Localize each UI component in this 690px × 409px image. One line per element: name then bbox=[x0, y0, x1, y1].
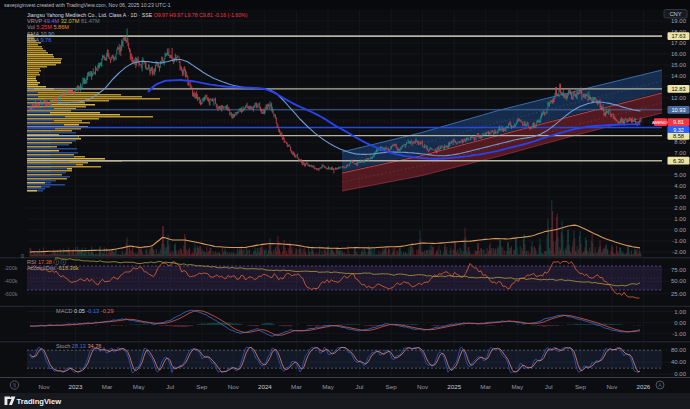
svg-text:-1.00: -1.00 bbox=[672, 238, 686, 244]
svg-text:May: May bbox=[322, 383, 335, 390]
svg-text:5.00: 5.00 bbox=[674, 172, 686, 178]
svg-text:1.00: 1.00 bbox=[674, 216, 686, 222]
svg-text:Vol 5.25M 5.86M: Vol 5.25M 5.86M bbox=[27, 24, 69, 30]
svg-text:Stoch 28.13 34.76: Stoch 28.13 34.76 bbox=[56, 343, 101, 349]
svg-text:9.32: 9.32 bbox=[673, 127, 684, 133]
svg-text:Sep: Sep bbox=[575, 383, 587, 390]
svg-text:Jiangsu Yahong Meditech Co., L: Jiangsu Yahong Meditech Co., Ltd. Class … bbox=[27, 12, 248, 18]
svg-text:2026: 2026 bbox=[637, 383, 651, 390]
svg-text:9.81: 9.81 bbox=[673, 119, 684, 125]
svg-text:VRVP 49.4M 32.07M 81.47M: VRVP 49.4M 32.07M 81.47M bbox=[27, 18, 100, 24]
svg-text:12.00: 12.00 bbox=[671, 95, 687, 101]
svg-text:17.63: 17.63 bbox=[671, 33, 685, 39]
svg-text:MACD 0.05 -0.13 -0.29: MACD 0.05 -0.13 -0.29 bbox=[56, 308, 114, 314]
svg-text:80.00: 80.00 bbox=[671, 347, 687, 353]
svg-text:Mar: Mar bbox=[480, 383, 491, 390]
svg-text:CNY: CNY bbox=[669, 11, 681, 17]
svg-text:⇅: ⇅ bbox=[12, 382, 16, 388]
svg-text:May: May bbox=[511, 383, 524, 390]
svg-text:Nov: Nov bbox=[606, 383, 618, 390]
svg-text:75.00: 75.00 bbox=[671, 267, 687, 273]
svg-text:savepiginvest created with Tra: savepiginvest created with TradingView.c… bbox=[4, 2, 171, 8]
svg-text:6.30: 6.30 bbox=[673, 158, 684, 164]
svg-text:0.00: 0.00 bbox=[674, 371, 686, 377]
svg-text:12.83: 12.83 bbox=[671, 86, 685, 92]
svg-text:2024: 2024 bbox=[258, 383, 272, 390]
svg-text:50.00: 50.00 bbox=[671, 278, 687, 284]
svg-text:25.00: 25.00 bbox=[671, 291, 687, 297]
svg-text:8.58: 8.58 bbox=[673, 133, 684, 139]
svg-text:Mar: Mar bbox=[102, 383, 113, 390]
svg-text:Mar: Mar bbox=[291, 383, 302, 390]
svg-text:1.00: 1.00 bbox=[674, 309, 686, 315]
svg-text:19.00: 19.00 bbox=[671, 18, 687, 24]
svg-text:Jul: Jul bbox=[356, 383, 364, 390]
svg-text:40.00: 40.00 bbox=[671, 359, 687, 365]
svg-text:15.00: 15.00 bbox=[671, 62, 687, 68]
svg-text:Nov: Nov bbox=[417, 383, 429, 390]
svg-text:Sep: Sep bbox=[386, 383, 398, 390]
svg-text:Jul: Jul bbox=[545, 383, 553, 390]
svg-text:-1.00: -1.00 bbox=[672, 331, 686, 337]
svg-text:-200k: -200k bbox=[4, 265, 18, 271]
svg-text:Jul: Jul bbox=[166, 383, 174, 390]
svg-text:TradingView: TradingView bbox=[17, 397, 62, 406]
svg-text:4.00: 4.00 bbox=[674, 183, 686, 189]
svg-text:0.00: 0.00 bbox=[674, 320, 686, 326]
svg-text:16.00: 16.00 bbox=[671, 51, 687, 57]
svg-text:14.00: 14.00 bbox=[671, 73, 687, 79]
svg-text:-2.00: -2.00 bbox=[672, 249, 686, 255]
svg-text:0: 0 bbox=[21, 253, 24, 259]
svg-text:10.93: 10.93 bbox=[671, 107, 685, 113]
svg-text:RSI 17.38 ⓘ ⓘ: RSI 17.38 ⓘ ⓘ bbox=[27, 259, 67, 265]
svg-text:2025: 2025 bbox=[447, 383, 461, 390]
svg-text:AMENDS: AMENDS bbox=[652, 120, 669, 125]
svg-text:-600k: -600k bbox=[4, 291, 18, 297]
svg-text:2.00: 2.00 bbox=[674, 205, 686, 211]
svg-text:Nov: Nov bbox=[228, 383, 240, 390]
svg-text:3.00: 3.00 bbox=[674, 194, 686, 200]
svg-text:17.00: 17.00 bbox=[671, 40, 687, 46]
svg-text:8.00: 8.00 bbox=[674, 139, 686, 145]
svg-text:2023: 2023 bbox=[69, 383, 83, 390]
svg-text:Accum/Dist -618.36k: Accum/Dist -618.36k bbox=[27, 265, 79, 271]
svg-text:SMA 9.76: SMA 9.76 bbox=[27, 37, 51, 43]
svg-text:SMA 10.90: SMA 10.90 bbox=[27, 31, 54, 37]
svg-text:0.00: 0.00 bbox=[674, 227, 686, 233]
svg-text:-400k: -400k bbox=[4, 278, 18, 284]
svg-text:Sep: Sep bbox=[196, 383, 208, 390]
svg-text:May: May bbox=[133, 383, 146, 390]
svg-text:7.00: 7.00 bbox=[674, 150, 686, 156]
svg-text:Nov: Nov bbox=[38, 383, 50, 390]
